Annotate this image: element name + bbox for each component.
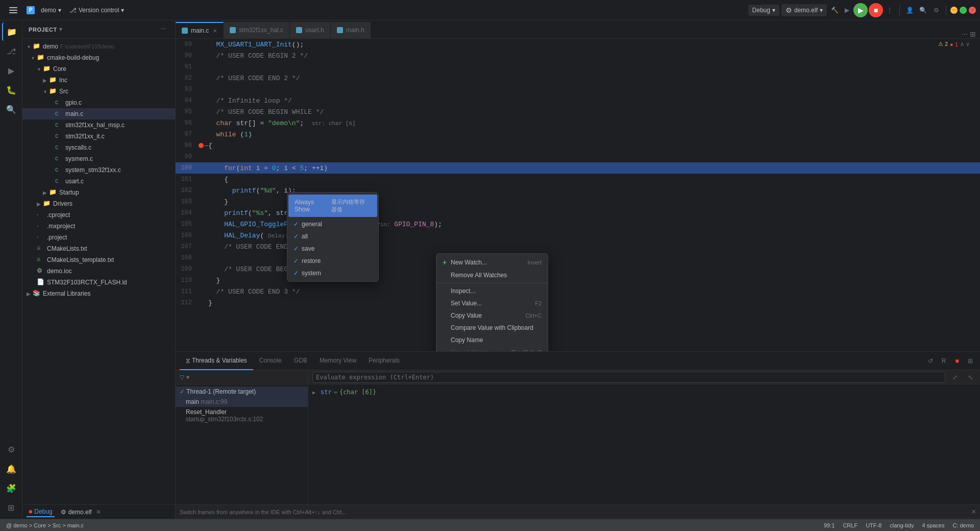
- tree-item-cmake-template[interactable]: ≡ CMakeLists_template.txt: [22, 254, 175, 266]
- settings-icon[interactable]: ⚙: [930, 5, 942, 16]
- tree-item-flash-ld[interactable]: 📄 STM32F103RCTX_FLASH.ld: [22, 277, 175, 288]
- tree-item-mxproject[interactable]: · .mxproject: [22, 221, 175, 232]
- debug-elf-close[interactable]: ✕: [96, 509, 101, 516]
- tab-close-main-c[interactable]: ✕: [213, 28, 217, 34]
- version-control-button[interactable]: ⎇ Version control ▾: [67, 6, 126, 15]
- panel-expand-icon[interactable]: ⊞: [965, 355, 976, 367]
- account-icon[interactable]: 👤: [904, 5, 915, 16]
- activity-plugins[interactable]: 🧩: [2, 479, 20, 497]
- activity-git[interactable]: ⎇: [2, 42, 20, 60]
- status-linter[interactable]: clang-tidy: [888, 522, 916, 528]
- debug-tab-gdb[interactable]: GDB: [288, 352, 313, 370]
- debug-tab-peripherals[interactable]: Peripherals: [362, 352, 406, 370]
- debug-tab-console[interactable]: Console: [253, 352, 288, 370]
- activity-notifications[interactable]: 🔔: [2, 460, 20, 478]
- minimize-button[interactable]: ─: [950, 7, 958, 14]
- debug-tab-threads[interactable]: ⧖ Threads & Variables: [180, 352, 253, 370]
- status-root[interactable]: C: demo: [950, 522, 976, 528]
- ctx-copy-name[interactable]: Copy Name: [436, 334, 548, 346]
- ctx-new-watch[interactable]: + New Watch... Insert: [436, 256, 548, 269]
- elf-file-dropdown[interactable]: ⚙ demo.elf ▾: [781, 4, 827, 16]
- tab-hal-c[interactable]: stm32f1xx_hal.c: [224, 22, 290, 38]
- tree-item-cmake-txt[interactable]: ≡ CMakeLists.txt: [22, 243, 175, 254]
- version-control-label: Version control: [79, 7, 119, 14]
- debug-elf-tab[interactable]: ⚙ demo.elf ✕: [59, 508, 103, 517]
- debug-resume-button[interactable]: ▶: [853, 3, 868, 17]
- tree-item-inc[interactable]: ▶ 📁 Inc: [22, 75, 175, 86]
- more-options-button[interactable]: ⋮: [884, 5, 895, 16]
- debug-config-dropdown[interactable]: Debug ▾: [748, 5, 779, 16]
- status-indent[interactable]: 4 spaces: [920, 522, 946, 528]
- collapse-all-icon[interactable]: ⤡: [965, 372, 976, 383]
- submenu-restore[interactable]: ✓ restore: [287, 255, 378, 267]
- status-crlf[interactable]: CRLF: [841, 522, 860, 528]
- panel-refresh2-icon[interactable]: R: [938, 355, 949, 367]
- activity-search[interactable]: 🔍: [2, 100, 20, 118]
- more-tabs-icon[interactable]: ⋯: [962, 31, 968, 38]
- stack-item-main[interactable]: main main.c:99: [176, 397, 308, 407]
- thread-item-1[interactable]: ✓ Thread-1 (Remote target): [176, 387, 308, 397]
- debug-build-button[interactable]: 🔨: [829, 5, 840, 16]
- project-dropdown[interactable]: demo ▾: [39, 6, 63, 15]
- activity-debug-console[interactable]: 🐛: [2, 81, 20, 99]
- tree-label-ext-libs: External Libraries: [43, 290, 90, 297]
- submenu-save[interactable]: ✓ save: [287, 243, 378, 255]
- split-editor-icon[interactable]: ⊞: [970, 30, 976, 38]
- tree-item-drivers[interactable]: ▶ 📁 Drivers: [22, 198, 175, 209]
- close-button[interactable]: ✕: [969, 7, 976, 14]
- activity-files[interactable]: 📁: [2, 22, 20, 41]
- status-breadcrumb[interactable]: @ demo > Core > Src > main.c: [4, 522, 86, 528]
- tree-item-hal-it[interactable]: c stm32f1xx_it.c: [22, 131, 175, 142]
- tree-item-gpio[interactable]: c gpio.c: [22, 97, 175, 108]
- ctx-inspect[interactable]: Inspect...: [436, 285, 548, 297]
- debug-stop-button[interactable]: ■: [869, 3, 883, 17]
- file-icon-cmake-template: ≡: [37, 256, 45, 264]
- activity-run[interactable]: ▶: [2, 61, 20, 80]
- stack-item-reset[interactable]: Reset_Handler startup_stm32f103rctx.s:10…: [176, 407, 308, 424]
- panel-stop-icon[interactable]: ■: [951, 355, 963, 367]
- tab-main-c[interactable]: main.c ✕: [176, 22, 224, 38]
- tree-item-ioc[interactable]: ⚙ demo.ioc: [22, 266, 175, 277]
- submenu-system[interactable]: ✓ system: [287, 267, 378, 279]
- ctx-set-value[interactable]: Set Value... F2: [436, 297, 548, 309]
- submenu-always-show[interactable]: Always Show 显示内核寄存器值: [288, 195, 377, 217]
- var-item-str[interactable]: ▶ str = {char [6]}: [308, 387, 980, 398]
- ctx-compare-clipboard[interactable]: Compare Value with Clipboard: [436, 322, 548, 334]
- tree-item-demo[interactable]: ▾ 📁 demo F:\code\test\F103\demo: [22, 41, 175, 52]
- tree-item-core[interactable]: ▾ 📁 Core: [22, 63, 175, 75]
- panel-refresh-icon[interactable]: ↺: [925, 355, 936, 367]
- tree-item-usart[interactable]: c usart.c: [22, 176, 175, 187]
- sidebar-options-icon[interactable]: ⋯: [158, 24, 169, 35]
- ctx-copy-value[interactable]: Copy Value Ctrl+C: [436, 309, 548, 322]
- tree-item-system[interactable]: c system_stm32f1xx.c: [22, 164, 175, 176]
- eval-expression-input[interactable]: [312, 372, 945, 383]
- submenu-general[interactable]: ✓ general: [287, 218, 378, 230]
- tree-item-sysmem[interactable]: c sysmem.c: [22, 153, 175, 164]
- tab-usart-h[interactable]: usart.h: [290, 22, 331, 38]
- warnings-expand-icon[interactable]: ∧ ∨: [960, 41, 970, 47]
- tree-item-syscalls[interactable]: c syscalls.c: [22, 142, 175, 153]
- ctx-remove-all[interactable]: Remove All Watches: [436, 269, 548, 281]
- tree-item-cproject[interactable]: · .cproject: [22, 209, 175, 221]
- debug-session-tab[interactable]: ■ Debug: [27, 507, 55, 517]
- tree-item-project[interactable]: · .project: [22, 232, 175, 243]
- tree-item-main-c[interactable]: c main.c: [22, 108, 175, 119]
- notification-close-button[interactable]: ✕: [971, 509, 976, 515]
- debug-run-button[interactable]: ▶: [841, 5, 852, 16]
- tree-item-src[interactable]: ▾ 📁 Src: [22, 86, 175, 97]
- status-encoding[interactable]: UTF-8: [864, 522, 884, 528]
- activity-settings[interactable]: ⚙: [2, 440, 20, 458]
- expand-all-icon[interactable]: ⤢: [949, 372, 961, 383]
- search-icon[interactable]: 🔍: [917, 5, 928, 16]
- tree-item-hal-msp[interactable]: c stm32f1xx_hal_msp.c: [22, 119, 175, 131]
- hamburger-menu[interactable]: [4, 1, 22, 19]
- submenu-all[interactable]: ✓ all: [287, 230, 378, 243]
- tab-main-h[interactable]: main.h: [331, 22, 371, 38]
- maximize-button[interactable]: □: [960, 7, 967, 14]
- tree-item-startup[interactable]: ▶ 📁 Startup: [22, 187, 175, 198]
- tree-item-cmake[interactable]: ▾ 📁 cmake-build-debug: [22, 52, 175, 63]
- status-line-col[interactable]: 99:1: [822, 522, 837, 528]
- debug-tab-memory[interactable]: Memory View: [313, 352, 362, 370]
- tree-item-ext-libs[interactable]: ▶ 📚 External Libraries: [22, 288, 175, 299]
- activity-terminal[interactable]: ⊞: [2, 498, 20, 517]
